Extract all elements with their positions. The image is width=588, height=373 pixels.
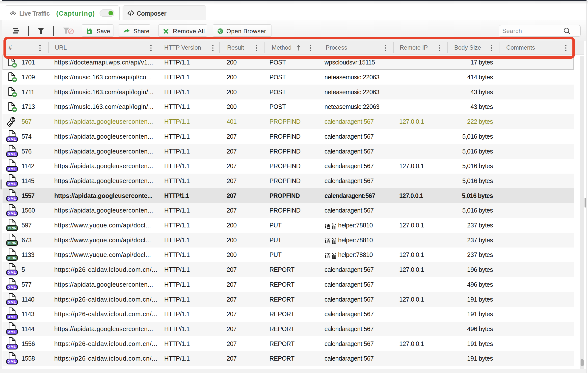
svg-text:JSON: JSON [7,256,17,260]
svg-text:JSON: JSON [7,226,17,230]
svg-text:XML: XML [8,359,16,364]
svg-text:JSON: JSON [7,241,17,245]
svg-text:XML: XML [8,285,16,289]
svg-text:XML: XML [8,270,16,275]
svg-text:XML: XML [8,344,16,349]
svg-text:XML: XML [8,315,16,319]
svg-text:XML: XML [8,167,16,171]
svg-text:XML: XML [8,211,16,216]
svg-text:XML: XML [8,182,16,186]
svg-text:XML: XML [8,300,16,304]
svg-text:XML: XML [8,152,16,156]
svg-text:XML: XML [8,137,16,141]
svg-text:XML: XML [8,330,16,334]
svg-text:XML: XML [8,196,16,201]
